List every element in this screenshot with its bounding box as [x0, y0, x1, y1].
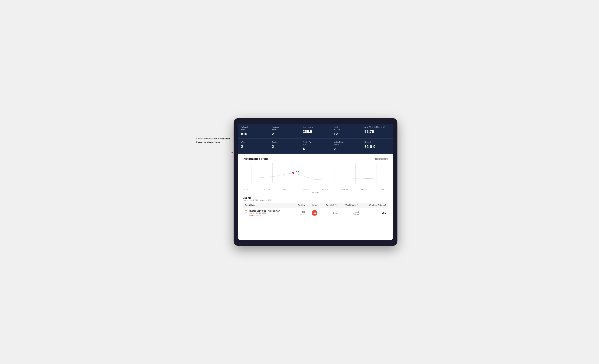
score-badge: -22 [312, 210, 317, 216]
info-icon-wp: i [384, 204, 386, 206]
chart-label-right: National Rank [375, 158, 388, 160]
stat-regional-rank-value: 2 [272, 132, 297, 136]
info-icon-tp: i [357, 204, 359, 206]
stat-match-play: Match PlayEvents 2 [331, 139, 362, 154]
stat-top3s: Top 3s 2 [269, 139, 300, 154]
stat-wins: Wins 2 [238, 139, 269, 154]
performance-title: Performance Trend [243, 157, 269, 160]
chart-x-axis-title: Months [243, 192, 388, 194]
chart-svg: #10 [243, 163, 388, 187]
events-section: Events Last updated: 24th November 2023 … [243, 196, 388, 218]
annotation-text: This shows you your National Rank trend … [196, 137, 230, 144]
chart-x-labels: OCT 23 NOV 23 DEC 23 JAN 24 FEB 24 MAR 2… [243, 188, 388, 191]
stat-match-play-value: 2 [334, 147, 359, 151]
content-area: Performance Trend National Rank [238, 154, 393, 240]
event-name-cell: 🏌 Buster Cozy Cup – Stroke Play Oct 9 – … [243, 208, 293, 218]
stat-record: Record 32-8-0 [362, 139, 393, 154]
stat-scoring-avg-value: 286.5 [303, 129, 328, 134]
col-event-name: Event Name [243, 203, 293, 208]
event-position-cell: 6th out of 7 [293, 208, 307, 218]
events-table: Event Name Position Score Event SG i Tot… [243, 203, 388, 218]
stat-avg-weighted-label: Avg. Weighted Points i [364, 126, 390, 128]
chart-x-feb24: FEB 24 [321, 189, 330, 190]
stat-regional-rank: RegionalRank 2 [269, 124, 300, 139]
stats-row-2: Wins 2 Top 3s 2 Stroke PlayEvents 4 Matc… [238, 139, 393, 154]
event-sg-cell: 0.45 [319, 208, 338, 218]
stat-total-rounds: TotalRounds 12 [331, 124, 362, 139]
col-total-points: Total Points i [339, 203, 361, 208]
stat-record-label: Record [364, 141, 390, 143]
stat-avg-weighted: Avg. Weighted Points i 68.75 [362, 124, 393, 139]
stat-top3s-value: 2 [272, 144, 297, 149]
stat-stroke-play-value: 4 [303, 147, 328, 151]
rank-impact-arrow: ▼ [262, 214, 264, 216]
chart-x-dec23: DEC 23 [282, 189, 291, 190]
chart-x-may24: MAY 24 [379, 189, 388, 190]
events-last-updated: Last updated: 24th November 2023 [243, 199, 388, 201]
event-weighted-points: 28.3 [382, 212, 386, 214]
chart-x-mar24: MAR 24 [340, 189, 349, 190]
chart-x-nov23: NOV 23 [262, 189, 272, 190]
events-table-header-row: Event Name Position Score Event SG i Tot… [243, 203, 388, 208]
golf-icon: 🏌 [245, 210, 248, 213]
tablet-device: NationalRank #10 RegionalRank 2 Scoring … [234, 118, 397, 246]
event-name: Buster Cozy Cup – Stroke Play [249, 210, 280, 212]
stat-total-rounds-value: 12 [334, 132, 359, 136]
col-event-sg: Event SG i [319, 203, 338, 208]
event-sg-value: 0.45 [333, 212, 337, 214]
col-weighted-points: Weighted Points i [361, 203, 388, 208]
stat-national-rank-value: #10 [241, 132, 266, 136]
event-total-points-cell: 28.3 3 Rounds [339, 208, 361, 218]
annotation: This shows you your National Rank trend … [196, 137, 234, 144]
event-total-points-sub: 3 Rounds [341, 213, 359, 215]
stats-row-1: NationalRank #10 RegionalRank 2 Scoring … [238, 124, 393, 139]
stat-scoring-avg: Scoring Avg. 286.5 [300, 124, 331, 139]
events-table-body: 🏌 Buster Cozy Cup – Stroke Play Oct 9 – … [243, 208, 388, 218]
table-row: 🏌 Buster Cozy Cup – Stroke Play Oct 9 – … [243, 208, 388, 218]
stat-wins-label: Wins [241, 141, 266, 143]
stat-match-play-label: Match PlayEvents [334, 141, 359, 146]
event-info: Buster Cozy Cup – Stroke Play Oct 9 – Oc… [249, 210, 280, 216]
chart-x-jan24: JAN 24 [301, 189, 310, 190]
tablet-screen: NationalRank #10 RegionalRank 2 Scoring … [238, 124, 393, 240]
chart-marker-label: #10 [296, 171, 299, 173]
col-position: Position [293, 203, 307, 208]
event-position-sub: out of 7 [295, 213, 305, 215]
stat-stroke-play: Stroke PlayEvents 4 [300, 139, 331, 154]
chart-x-oct23: OCT 23 [243, 189, 252, 190]
stat-record-value: 32-8-0 [364, 144, 390, 149]
scene: This shows you your National Rank trend … [196, 114, 403, 250]
event-date: Oct 9 – Oct 10, 2023 [249, 212, 280, 214]
chart-marker-dot [292, 172, 294, 174]
chart-container: #10 [243, 163, 388, 187]
stat-wins-value: 2 [241, 144, 266, 149]
info-icon-weighted: i [383, 126, 385, 128]
events-title: Events [243, 196, 388, 199]
chart-x-apr24: APR 24 [359, 189, 369, 190]
event-total-points: 28.3 [341, 211, 359, 213]
stat-regional-rank-label: RegionalRank [272, 126, 297, 131]
events-table-header: Event Name Position Score Event SG i Tot… [243, 203, 388, 208]
annotation-bold: National Rank [196, 137, 230, 144]
col-score: Score [307, 203, 319, 208]
performance-header: Performance Trend National Rank [243, 157, 388, 160]
event-score-cell: -22 [307, 208, 319, 218]
stat-stroke-play-label: Stroke PlayEvents [303, 141, 328, 146]
stat-scoring-avg-label: Scoring Avg. [303, 126, 328, 128]
stat-total-rounds-label: TotalRounds [334, 126, 359, 131]
rank-impact: Rank Impact: 3 ▼ [249, 214, 280, 216]
stat-top3s-label: Top 3s [272, 141, 297, 143]
stat-national-rank-label: NationalRank [241, 126, 266, 131]
info-icon-sg: i [335, 204, 337, 206]
stat-avg-weighted-value: 68.75 [364, 129, 390, 134]
event-weighted-points-cell: 28.3 [361, 208, 388, 218]
stat-national-rank: NationalRank #10 [238, 124, 269, 139]
event-position: 6th [295, 211, 305, 213]
